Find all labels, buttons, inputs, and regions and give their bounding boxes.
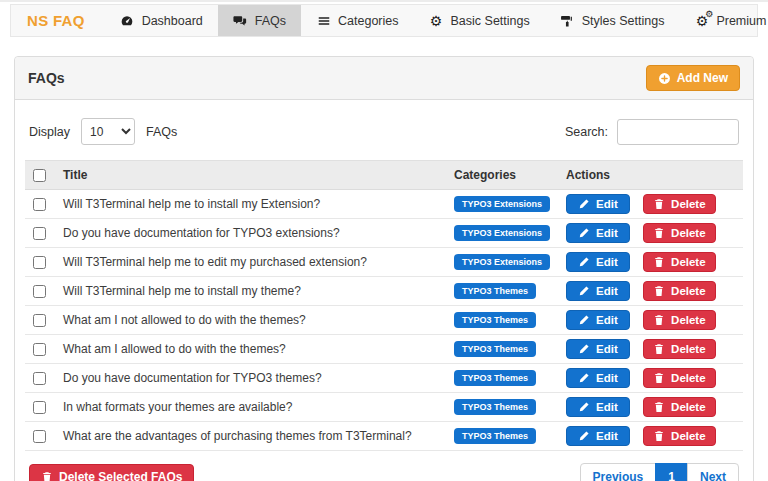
delete-button[interactable]: Delete [643, 426, 716, 446]
trash-icon [41, 471, 53, 481]
edit-button[interactable]: Edit [566, 339, 630, 359]
display-suffix-label: FAQs [146, 125, 177, 139]
pagination-next[interactable]: Next [687, 463, 739, 481]
panel-body: Display 10 FAQs Search: Title Categories… [15, 100, 753, 481]
faqs-panel: FAQs Add New Display 10 FAQs Search: Tit… [14, 56, 754, 481]
faq-title: What am I not allowed to do with the the… [55, 306, 446, 335]
faq-title: In what formats your themes are availabl… [55, 393, 446, 422]
display-label: Display [29, 125, 70, 139]
pencil-icon [578, 343, 590, 355]
trash-icon [653, 227, 665, 239]
table-row: What are the advantages of purchasing th… [25, 422, 743, 451]
edit-button[interactable]: Edit [566, 397, 630, 417]
list-icon [316, 13, 331, 28]
gear-icon: ⚙ [429, 13, 444, 28]
select-all-checkbox[interactable] [33, 169, 46, 182]
edit-button[interactable]: Edit [566, 426, 630, 446]
paint-roller-icon [560, 13, 575, 28]
pencil-icon [578, 198, 590, 210]
trash-icon [653, 372, 665, 384]
trash-icon [653, 285, 665, 297]
column-header-actions: Actions [558, 161, 743, 190]
delete-button[interactable]: Delete [643, 194, 716, 214]
pencil-icon [578, 227, 590, 239]
row-checkbox[interactable] [33, 372, 46, 385]
category-badge: TYPO3 Themes [454, 428, 536, 444]
faq-title: What am I allowed to do with the themes? [55, 335, 446, 364]
delete-button[interactable]: Delete [643, 310, 716, 330]
trash-icon [653, 430, 665, 442]
nav-item-faqs[interactable]: FAQs [218, 5, 301, 36]
row-checkbox[interactable] [33, 401, 46, 414]
table-row: Do you have documentation for TYPO3 exte… [25, 219, 743, 248]
row-checkbox[interactable] [33, 227, 46, 240]
pencil-icon [578, 430, 590, 442]
nav-item-categories[interactable]: Categories [301, 5, 413, 36]
faq-title: Will T3Terminal help me to install my th… [55, 277, 446, 306]
plus-circle-icon [658, 72, 671, 85]
nav-item-styles-settings[interactable]: Styles Settings [545, 5, 680, 36]
add-new-button[interactable]: Add New [646, 65, 740, 91]
pencil-icon [578, 401, 590, 413]
table-row: What am I allowed to do with the themes?… [25, 335, 743, 364]
search-input[interactable] [617, 119, 739, 145]
table-row: Will T3Terminal help me to edit my purch… [25, 248, 743, 277]
pencil-icon [578, 314, 590, 326]
delete-button[interactable]: Delete [643, 339, 716, 359]
row-checkbox[interactable] [33, 256, 46, 269]
row-checkbox[interactable] [33, 430, 46, 443]
table-row: Do you have documentation for TYPO3 them… [25, 364, 743, 393]
pagination-previous[interactable]: Previous [580, 463, 657, 481]
row-checkbox[interactable] [33, 285, 46, 298]
trash-icon [653, 401, 665, 413]
nav-items: Dashboard FAQs Categories ⚙ Basic Settin… [105, 5, 768, 36]
delete-button[interactable]: Delete [643, 252, 716, 272]
edit-button[interactable]: Edit [566, 252, 630, 272]
nav-item-dashboard[interactable]: Dashboard [105, 5, 218, 36]
add-new-label: Add New [677, 71, 728, 85]
category-badge: TYPO3 Themes [454, 283, 536, 299]
faq-title: Do you have documentation for TYPO3 exte… [55, 219, 446, 248]
row-checkbox[interactable] [33, 314, 46, 327]
search-label: Search: [565, 125, 608, 139]
faqs-table: Title Categories Actions Will T3Terminal… [25, 160, 743, 451]
faq-title: What are the advantages of purchasing th… [55, 422, 446, 451]
page-title: FAQs [28, 70, 65, 86]
table-row: In what formats your themes are availabl… [25, 393, 743, 422]
delete-button[interactable]: Delete [643, 223, 716, 243]
pencil-icon [578, 285, 590, 297]
comments-icon [233, 13, 248, 28]
column-header-title: Title [55, 161, 446, 190]
nav-item-basic-settings[interactable]: ⚙ Basic Settings [414, 5, 545, 36]
category-badge: TYPO3 Extensions [454, 254, 550, 270]
edit-button[interactable]: Edit [566, 368, 630, 388]
category-badge: TYPO3 Themes [454, 399, 536, 415]
edit-button[interactable]: Edit [566, 310, 630, 330]
edit-button[interactable]: Edit [566, 194, 630, 214]
display-count-select[interactable]: 10 [81, 118, 135, 145]
category-badge: TYPO3 Extensions [454, 225, 550, 241]
delete-button[interactable]: Delete [643, 281, 716, 301]
edit-button[interactable]: Edit [566, 223, 630, 243]
list-controls: Display 10 FAQs Search: [29, 118, 739, 145]
faq-title: Will T3Terminal help me to edit my purch… [55, 248, 446, 277]
column-header-categories: Categories [446, 161, 558, 190]
dashboard-icon [120, 13, 135, 28]
trash-icon [653, 256, 665, 268]
row-checkbox[interactable] [33, 198, 46, 211]
row-checkbox[interactable] [33, 343, 46, 356]
pagination-page-1[interactable]: 1 [655, 463, 688, 481]
category-badge: TYPO3 Extensions [454, 196, 550, 212]
nav-item-premium-settings[interactable]: ⚙⚙ Premium Settings [679, 5, 768, 36]
edit-button[interactable]: Edit [566, 281, 630, 301]
table-row: Will T3Terminal help me to install my th… [25, 277, 743, 306]
delete-button[interactable]: Delete [643, 368, 716, 388]
trash-icon [653, 198, 665, 210]
gears-icon: ⚙⚙ [694, 13, 709, 28]
table-row: What am I not allowed to do with the the… [25, 306, 743, 335]
delete-selected-button[interactable]: Delete Selected FAQs [29, 464, 194, 481]
delete-button[interactable]: Delete [643, 397, 716, 417]
delete-selected-label: Delete Selected FAQs [59, 470, 182, 481]
faq-title: Do you have documentation for TYPO3 them… [55, 364, 446, 393]
table-footer: Delete Selected FAQs Previous 1 Next [29, 463, 739, 481]
